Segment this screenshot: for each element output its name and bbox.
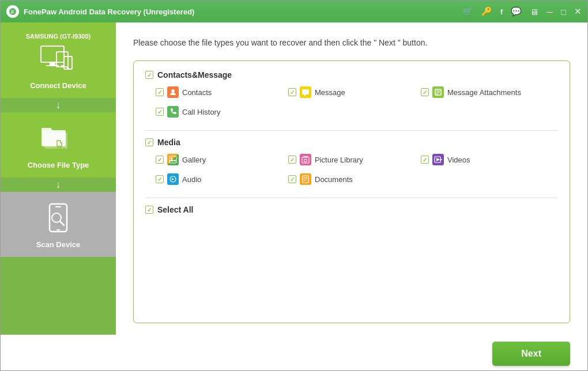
title-bar-controls: 🛒 🔑 f 💬 🖥 ─ □ ✕ [462,6,582,17]
audio-label: Audio [182,175,201,184]
instruction-text: Please choose the file types you want to… [133,37,570,49]
svg-text:F: F [11,9,14,15]
category-media-label: Media [157,138,180,147]
facebook-icon[interactable]: f [500,7,503,16]
device-name: SAMSUNG (GT-I9300) [26,33,91,40]
svg-marker-30 [440,158,442,161]
message-attachments-icon [432,86,444,98]
divider-2 [145,198,558,198]
scan-device-label: Scan Device [36,240,81,249]
main-content: SAMSUNG (GT-I9300) Con [1,22,587,335]
svg-rect-24 [169,156,176,163]
call-history-icon [167,106,179,118]
gallery-label: Gallery [182,156,206,164]
cart-icon[interactable]: 🛒 [462,6,473,17]
svg-marker-31 [436,158,440,161]
choose-filetype-icon [38,123,78,157]
divider-1 [145,130,558,131]
right-panel: Please choose the file types you want to… [116,22,587,335]
picture-library-icon [300,154,311,165]
title-bar-left: F FonePaw Android Data Recovery (Unregis… [6,5,194,18]
checkbox-message-attachments[interactable] [421,88,429,96]
checkbox-picture-library[interactable] [288,156,296,164]
connect-device-icon [38,43,78,78]
title-bar: F FonePaw Android Data Recovery (Unregis… [1,1,587,22]
media-items: Gallery Picture Library [145,154,558,193]
svg-rect-6 [61,65,63,66]
connect-device-label: Connect Device [30,81,86,90]
arrow-1: ↓ [56,99,61,111]
svg-rect-5 [56,52,68,67]
checkbox-videos[interactable] [421,156,429,164]
documents-icon [300,173,311,185]
svg-rect-3 [50,62,55,65]
call-history-label: Call History [182,108,220,116]
minimize-icon[interactable]: ─ [546,7,553,17]
videos-icon [432,154,444,165]
select-all-row: Select All [145,205,558,214]
sidebar-step-scan: Scan Device [1,192,116,257]
selection-box: Contacts&Message Contacts [133,60,570,323]
app-title: FonePaw Android Data Recovery (Unregiste… [24,7,194,16]
checkbox-call-history[interactable] [156,108,164,116]
arrow-2: ↓ [56,179,61,191]
maximize-icon[interactable]: □ [561,7,566,17]
checkbox-media[interactable] [145,138,153,146]
message-icon [300,86,311,98]
message-attachments-label: Message Attachments [447,88,521,97]
item-message-attachments: Message Attachments [421,86,553,98]
close-icon[interactable]: ✕ [574,6,582,17]
footer: Next [1,335,587,370]
contacts-icon [167,86,179,98]
svg-rect-18 [302,89,309,94]
checkbox-contacts[interactable] [156,88,164,96]
item-documents: Documents [288,173,421,185]
item-audio: Audio [156,173,288,185]
sidebar: SAMSUNG (GT-I9300) Con [1,22,116,335]
sidebar-step-filetype: Choose File Type [1,112,116,177]
audio-icon [167,173,179,185]
chat-icon[interactable]: 💬 [511,6,522,17]
svg-rect-8 [67,67,69,69]
svg-rect-2 [41,46,64,62]
item-picture-library: Picture Library [288,154,421,165]
svg-point-17 [171,89,175,93]
checkbox-select-all[interactable] [145,206,153,214]
scan-device-icon [38,202,78,237]
contacts-message-items: Contacts Message Message [145,86,558,126]
app-window: F FonePaw Android Data Recovery (Unregis… [0,0,588,371]
item-call-history: Call History [156,106,288,118]
checkbox-documents[interactable] [288,175,296,183]
svg-point-25 [171,157,172,159]
category-contacts-message-label: Contacts&Message [157,70,232,80]
contacts-label: Contacts [182,88,212,97]
next-button[interactable]: Next [492,342,570,366]
item-contacts: Contacts [156,86,288,98]
svg-marker-19 [303,94,306,96]
category-contacts-message-header: Contacts&Message [145,70,558,80]
videos-label: Videos [447,156,470,164]
gallery-icon [167,154,179,165]
checkbox-gallery[interactable] [156,156,164,164]
svg-point-28 [304,159,307,162]
svg-line-16 [60,221,64,225]
svg-rect-14 [56,229,60,230]
category-media-header: Media [145,138,558,147]
checkbox-message[interactable] [288,88,296,96]
item-gallery: Gallery [156,154,288,165]
documents-label: Documents [315,175,353,184]
picture-library-label: Picture Library [315,156,363,164]
screen-icon[interactable]: 🖥 [530,7,538,17]
sidebar-step-connect: SAMSUNG (GT-I9300) Con [1,22,116,98]
item-message: Message [288,86,421,98]
select-all-label: Select All [157,205,194,214]
key-icon[interactable]: 🔑 [481,6,492,17]
checkbox-audio[interactable] [156,175,164,183]
choose-filetype-label: Choose File Type [28,161,89,169]
svg-rect-13 [55,206,61,207]
item-videos: Videos [421,154,553,165]
svg-rect-27 [303,156,308,157]
checkbox-contacts-message[interactable] [145,71,153,79]
message-label: Message [315,88,345,97]
app-logo: F [6,5,19,18]
